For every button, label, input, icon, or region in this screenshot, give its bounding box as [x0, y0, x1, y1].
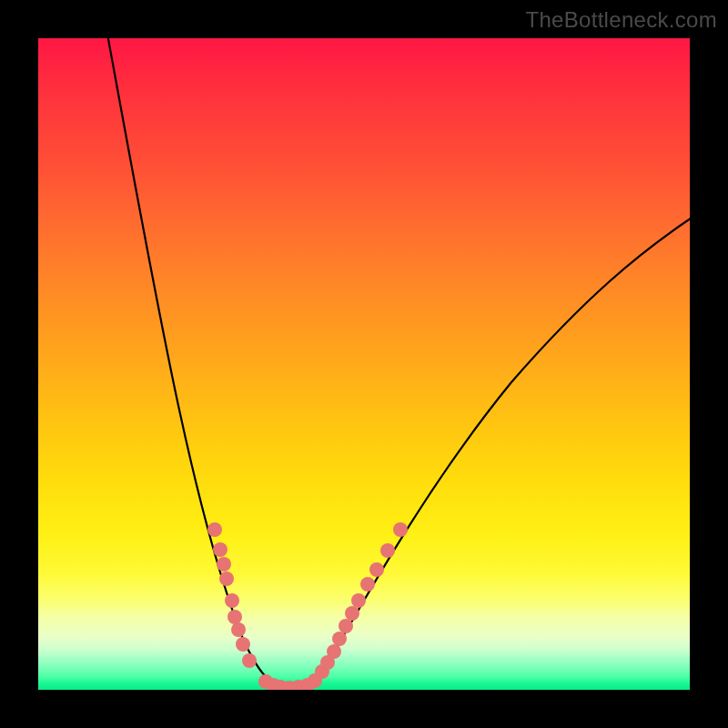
data-point [351, 593, 366, 608]
watermark-label: TheBottleneck.com [525, 7, 717, 33]
data-point [219, 571, 234, 586]
data-point [369, 562, 384, 577]
data-point [345, 606, 359, 621]
data-point [242, 653, 257, 668]
data-point [231, 622, 246, 637]
data-point [236, 637, 250, 652]
data-point [225, 593, 239, 608]
data-point [228, 610, 242, 624]
data-dots [207, 522, 408, 690]
data-point [360, 577, 375, 592]
data-point [339, 619, 353, 633]
chart-svg [38, 38, 690, 690]
chart-frame: TheBottleneck.com [0, 0, 728, 728]
data-point [213, 542, 228, 557]
data-point [332, 632, 347, 646]
data-point [393, 522, 408, 537]
data-point [380, 543, 395, 558]
data-point [327, 644, 341, 659]
data-point [217, 557, 231, 571]
plot-area [38, 38, 690, 690]
data-point [207, 522, 222, 537]
bottleneck-curve [106, 38, 690, 688]
